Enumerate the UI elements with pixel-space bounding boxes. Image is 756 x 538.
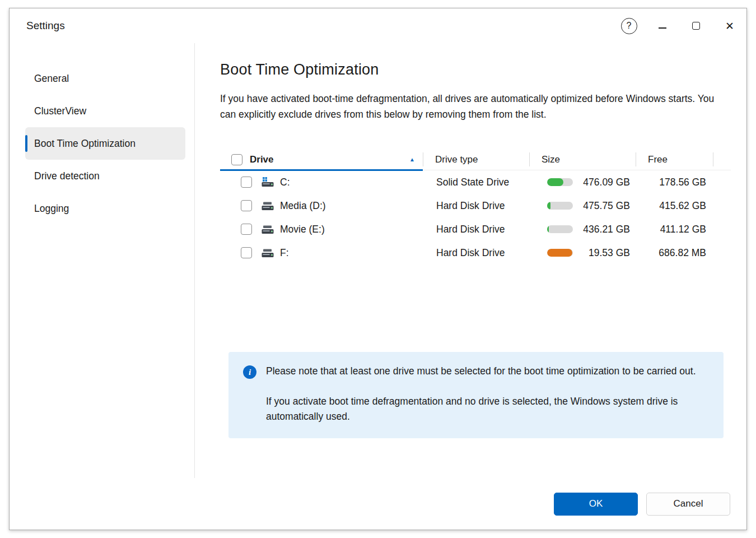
drive-size: 19.53 GB (589, 247, 630, 259)
info-paragraph: Please note that at least one drive must… (266, 364, 709, 379)
table-row[interactable]: C:Solid State Drive476.09 GB178.56 GB (220, 170, 731, 194)
table-row[interactable]: Media (D:)Hard Disk Drive475.75 GB415.62… (220, 194, 731, 217)
drive-checkbox[interactable] (241, 200, 252, 211)
column-header-free[interactable]: Free (636, 149, 713, 170)
drive-size: 476.09 GB (583, 177, 630, 188)
column-header-filler (713, 149, 731, 170)
page-title: Boot Time Optimization (220, 61, 721, 78)
drive-free: 178.56 GB (636, 177, 713, 188)
column-header-drive[interactable]: Drive ▲ (220, 149, 423, 170)
system-drive-icon (262, 177, 274, 187)
help-button[interactable]: ? (612, 8, 646, 43)
drive-name: C: (280, 177, 290, 188)
sidebar: GeneralClusterViewBoot Time Optimization… (10, 43, 195, 478)
sidebar-item-label: ClusterView (34, 105, 86, 117)
usage-bar (547, 249, 573, 257)
dialog-footer: OK Cancel (10, 478, 746, 530)
title-bar[interactable]: Settings ? ✕ (10, 8, 746, 43)
drive-type: Hard Disk Drive (423, 200, 529, 212)
sidebar-item-boot-time-optimization[interactable]: Boot Time Optimization (25, 127, 185, 160)
hard-drive-icon (262, 248, 274, 258)
drive-table: Drive ▲ Drive type Size Free C:Solid Sta… (220, 149, 731, 265)
size-cell: 476.09 GB (529, 177, 636, 188)
drive-type: Hard Disk Drive (423, 224, 529, 235)
info-box: i Please note that at least one drive mu… (228, 352, 724, 438)
drive-cell: F: (220, 247, 423, 259)
sidebar-item-label: General (34, 73, 69, 85)
table-row[interactable]: F:Hard Disk Drive19.53 GB686.82 MB (220, 241, 731, 265)
sidebar-item-clusterview[interactable]: ClusterView (25, 95, 185, 127)
close-icon: ✕ (725, 21, 734, 31)
sidebar-item-drive-detection[interactable]: Drive detection (25, 160, 185, 192)
info-paragraph: If you activate boot time defragmentatio… (266, 394, 709, 425)
sidebar-item-logging[interactable]: Logging (25, 192, 185, 225)
drive-name: F: (280, 247, 289, 259)
drive-type: Hard Disk Drive (423, 247, 529, 259)
info-box-text: Please note that at least one drive must… (266, 364, 709, 425)
usage-bar (547, 202, 573, 210)
drive-name: Movie (E:) (280, 224, 325, 235)
page-description: If you have activated boot-time defragme… (220, 91, 721, 122)
help-icon: ? (621, 18, 637, 34)
minimize-button[interactable] (646, 8, 679, 43)
hard-drive-icon (262, 224, 274, 234)
settings-window: Settings ? ✕ GeneralClusterViewBoot Time… (9, 8, 747, 530)
window-title: Settings (26, 20, 65, 32)
column-header-drive-type[interactable]: Drive type (423, 149, 529, 170)
cancel-button[interactable]: Cancel (646, 493, 730, 516)
table-row[interactable]: Movie (E:)Hard Disk Drive436.21 GB411.12… (220, 217, 731, 241)
sidebar-item-label: Drive detection (34, 170, 100, 182)
drive-size: 475.75 GB (583, 200, 630, 212)
usage-bar (547, 178, 573, 186)
size-cell: 475.75 GB (529, 200, 636, 212)
usage-bar-fill (547, 225, 549, 233)
sidebar-item-label: Logging (34, 203, 69, 215)
drive-cell: C: (220, 177, 423, 188)
window-controls: ? ✕ (612, 8, 746, 43)
column-header-size[interactable]: Size (529, 149, 636, 170)
usage-bar-fill (547, 202, 550, 210)
usage-bar (547, 225, 573, 233)
drive-free: 686.82 MB (636, 247, 713, 259)
close-button[interactable]: ✕ (713, 8, 746, 43)
content-area: Boot Time Optimization If you have activ… (195, 43, 746, 478)
size-cell: 19.53 GB (529, 247, 636, 259)
hard-drive-icon (262, 201, 274, 211)
ok-button[interactable]: OK (554, 493, 638, 516)
window-body: GeneralClusterViewBoot Time Optimization… (10, 43, 746, 478)
drive-size: 436.21 GB (583, 224, 630, 235)
drive-cell: Media (D:) (220, 200, 423, 212)
drive-free: 411.12 GB (636, 224, 713, 235)
info-icon: i (243, 365, 256, 379)
selected-indicator (25, 135, 27, 152)
drive-rows: C:Solid State Drive476.09 GB178.56 GBMed… (220, 170, 731, 265)
sidebar-item-label: Boot Time Optimization (34, 138, 136, 150)
drive-free: 415.62 GB (636, 200, 713, 212)
sidebar-item-general[interactable]: General (25, 62, 185, 95)
usage-bar-fill (547, 178, 563, 186)
drive-name: Media (D:) (280, 200, 326, 212)
drive-checkbox[interactable] (241, 177, 252, 188)
drive-checkbox[interactable] (241, 247, 252, 258)
maximize-icon (692, 22, 700, 30)
size-cell: 436.21 GB (529, 224, 636, 235)
usage-bar-fill (547, 249, 572, 257)
sort-ascending-icon: ▲ (409, 156, 415, 163)
minimize-icon (659, 27, 666, 29)
maximize-button[interactable] (679, 8, 713, 43)
drive-checkbox[interactable] (241, 224, 252, 235)
drive-type: Solid State Drive (423, 177, 529, 188)
select-all-checkbox[interactable] (231, 154, 242, 165)
drive-cell: Movie (E:) (220, 224, 423, 235)
table-header: Drive ▲ Drive type Size Free (220, 149, 731, 170)
column-label-drive: Drive (250, 154, 274, 165)
